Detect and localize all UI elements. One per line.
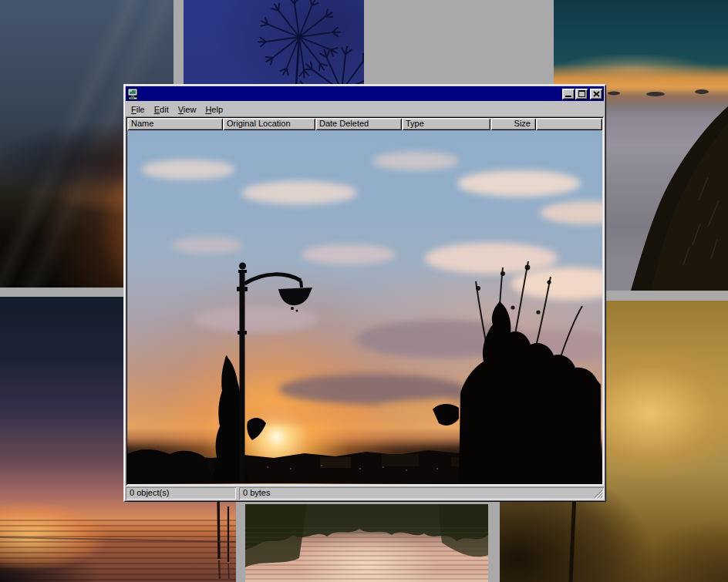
status-object-count: 0 object(s)	[126, 487, 236, 500]
titlebar[interactable]	[126, 86, 604, 101]
menu-view[interactable]: View	[174, 103, 201, 116]
column-header-original-location[interactable]: Original Location	[223, 118, 315, 130]
sunset-silhouettes	[127, 130, 601, 483]
wallpaper-photo-tree-reflection	[245, 504, 488, 582]
folder-background-sunset-photo	[127, 130, 602, 484]
column-header-name[interactable]: Name	[127, 118, 223, 130]
menu-bar: File Edit View Help	[126, 101, 604, 116]
column-header-row: Name Original Location Date Deleted Type…	[127, 118, 602, 130]
list-client-area: Name Original Location Date Deleted Type…	[126, 116, 604, 486]
status-bar: 0 object(s) 0 bytes	[126, 487, 604, 500]
list-view[interactable]	[127, 130, 602, 484]
minimize-icon	[565, 96, 571, 97]
resize-grip[interactable]	[593, 489, 603, 499]
water-ripples	[245, 527, 488, 582]
computer-icon[interactable]	[127, 88, 140, 100]
minimize-button[interactable]	[562, 89, 575, 99]
menu-edit[interactable]: Edit	[150, 103, 174, 116]
recycle-bin-window: File Edit View Help Name Original Locati…	[123, 84, 606, 502]
maximize-button[interactable]	[575, 89, 588, 99]
desktop: { "window": { "title": "", "menu": { "it…	[0, 0, 728, 582]
column-header-date-deleted[interactable]: Date Deleted	[315, 118, 402, 130]
status-size: 0 bytes	[239, 487, 604, 500]
column-header-type[interactable]: Type	[402, 118, 490, 130]
column-header-size[interactable]: Size	[490, 118, 536, 130]
maximize-icon	[578, 90, 585, 97]
menu-help[interactable]: Help	[201, 103, 228, 116]
close-button[interactable]	[590, 89, 602, 99]
close-icon	[593, 91, 600, 97]
menu-file[interactable]: File	[126, 103, 150, 116]
column-header-blank[interactable]	[536, 118, 602, 130]
